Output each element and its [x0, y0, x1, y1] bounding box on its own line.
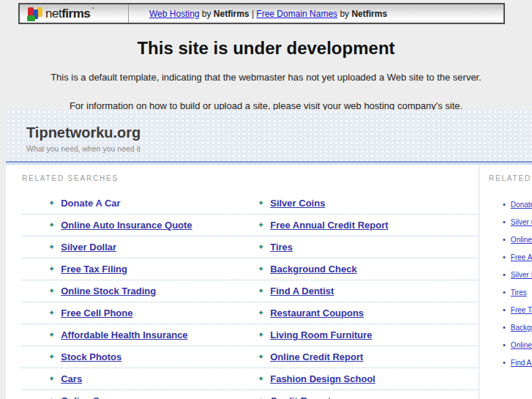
arrow-bullet-icon: ✦: [48, 309, 55, 317]
domain-tagline: What you need, when you need it: [6, 144, 532, 153]
related-search-link[interactable]: Free Tax Filing: [61, 264, 127, 275]
arrow-bullet-icon: ✦: [258, 375, 264, 383]
arrow-bullet-icon: ✦: [258, 353, 264, 361]
sidebar-search-link[interactable]: Background Check: [511, 324, 532, 332]
arrow-bullet-icon: ✦: [48, 331, 55, 339]
related-search-link[interactable]: Free Annual Credit Report: [270, 220, 388, 231]
web-hosting-link[interactable]: Web Hosting: [149, 9, 199, 19]
related-search-link[interactable]: Online Stock Trading: [61, 286, 156, 297]
arrow-bullet-icon: ✦: [258, 287, 264, 295]
related-search-row: ✦Silver Dollar✦Tires: [22, 236, 479, 258]
netfirms-topbar: netfirms™ Web Hosting by Netfirms | Free…: [18, 3, 505, 24]
related-search-cell: ✦Affordable Health Insurance: [22, 329, 231, 340]
by-text: by: [340, 9, 349, 19]
arrow-bullet-icon: ✦: [258, 243, 264, 251]
sidebar-list-item: •Online Stock Trading: [489, 336, 532, 354]
sidebar-search-link[interactable]: Silver Dollar: [511, 271, 532, 279]
sidebar-list-item: •Free Annual Credit Report: [489, 248, 532, 266]
related-search-row: ✦Donate A Car✦Silver Coins: [22, 193, 479, 215]
related-rows: ✦Donate A Car✦Silver Coins✦Online Auto I…: [22, 193, 479, 399]
related-search-link[interactable]: Online Auto Insurance Quote: [61, 220, 192, 231]
related-search-cell: ✦Find A Dentist: [231, 286, 334, 297]
arrow-bullet-icon: ✦: [258, 221, 264, 229]
page-title: This site is under development: [0, 38, 532, 59]
dot-bullet-icon: •: [503, 359, 506, 367]
related-search-link[interactable]: Fashion Design School: [270, 373, 375, 384]
arrow-bullet-icon: ✦: [258, 309, 264, 317]
dot-bullet-icon: •: [503, 288, 506, 297]
netfirms-brand-text: Netfirms: [351, 9, 387, 19]
arrow-bullet-icon: ✦: [48, 287, 55, 295]
arrow-bullet-icon: ✦: [48, 243, 55, 251]
arrow-bullet-icon: ✦: [48, 265, 55, 273]
related-search-cell: ✦Living Room Furniture: [231, 329, 372, 340]
related-search-cell: ✦Fashion Design School: [231, 373, 375, 384]
related-search-link[interactable]: Silver Dollar: [61, 242, 116, 253]
dot-bullet-icon: •: [503, 236, 506, 244]
arrow-bullet-icon: ✦: [258, 331, 264, 339]
related-search-link[interactable]: Credit Report: [270, 395, 331, 399]
related-search-link[interactable]: Online Credit Report: [270, 351, 363, 362]
netfirms-logo-text: netfirms™: [45, 7, 94, 21]
sidebar-search-link[interactable]: Free Annual Credit Report: [511, 253, 532, 261]
related-search-link[interactable]: Donate A Car: [61, 198, 120, 209]
arrow-bullet-icon: ✦: [48, 199, 55, 207]
netfirms-brand-text: Netfirms: [214, 9, 250, 19]
trademark-mark: ™: [90, 7, 94, 11]
related-search-row: ✦Affordable Health Insurance✦Living Room…: [22, 324, 479, 346]
default-template-text: This is a default template, indicating t…: [0, 72, 532, 83]
related-search-cell: ✦Online Stock Trading: [22, 286, 231, 297]
related-search-link[interactable]: Restaurant Coupons: [270, 307, 364, 318]
sidebar-search-link[interactable]: Online Stock Trading: [511, 341, 532, 349]
related-search-row: ✦Stock Photos✦Online Credit Report: [22, 346, 479, 368]
sidebar-search-link[interactable]: Free Tax Filing: [511, 306, 532, 314]
related-search-link[interactable]: Tires: [270, 242, 293, 253]
sidebar-items: •Donate A Car•Silver Coins•Online Auto I…: [489, 195, 532, 371]
related-search-cell: ✦Free Cell Phone: [22, 307, 231, 318]
related-search-link[interactable]: Free Cell Phone: [61, 307, 132, 318]
related-search-link[interactable]: Online Surveys: [61, 395, 130, 399]
related-search-cell: ✦Stock Photos: [22, 351, 231, 362]
dot-bullet-icon: •: [503, 306, 506, 314]
related-search-link[interactable]: Living Room Furniture: [270, 329, 372, 340]
sidebar-search-link[interactable]: Donate A Car: [511, 201, 532, 209]
sidebar-search-link[interactable]: Online Auto Insurance Quote: [511, 236, 532, 244]
arrow-bullet-icon: ✦: [48, 375, 55, 383]
arrow-bullet-icon: ✦: [258, 265, 264, 273]
related-search-cell: ✦Free Annual Credit Report: [231, 220, 389, 231]
dot-bullet-icon: •: [503, 271, 506, 279]
by-text: by: [202, 9, 211, 19]
sidebar-related-label: RELATED SEARCHES: [489, 174, 532, 182]
related-search-link[interactable]: Silver Coins: [270, 198, 325, 209]
sidebar-list-item: •Donate A Car: [489, 195, 532, 213]
sidebar-search-link[interactable]: Silver Coins: [511, 218, 532, 226]
related-search-link[interactable]: Find A Dentist: [270, 286, 334, 297]
sidebar-list-item: •Background Check: [489, 318, 532, 336]
related-search-cell: ✦Silver Coins: [231, 198, 325, 209]
related-search-cell: ✦Online Auto Insurance Quote: [22, 220, 231, 231]
related-search-link[interactable]: Cars: [61, 373, 82, 384]
sidebar-search-link[interactable]: Tires: [511, 288, 527, 297]
hero-section: This site is under development This is a…: [0, 24, 532, 111]
related-search-link[interactable]: Background Check: [270, 264, 356, 275]
dot-bullet-icon: •: [503, 341, 506, 349]
related-search-link[interactable]: Stock Photos: [61, 351, 121, 362]
related-search-row: ✦Online Stock Trading✦Find A Dentist: [22, 280, 479, 302]
arrow-bullet-icon: ✦: [48, 353, 55, 361]
dot-bullet-icon: •: [503, 201, 506, 209]
related-search-link[interactable]: Affordable Health Insurance: [61, 329, 187, 340]
sidebar-list-item: •Online Auto Insurance Quote: [489, 231, 532, 248]
netfirms-buildings-icon: [27, 7, 43, 21]
related-search-cell: ✦Background Check: [231, 264, 357, 275]
netfirms-logo[interactable]: netfirms™: [20, 4, 129, 23]
free-domain-names-link[interactable]: Free Domain Names: [256, 9, 337, 19]
related-search-cell: ✦Tires: [231, 242, 293, 253]
sidebar-search-link[interactable]: Find A Dentist: [511, 359, 532, 367]
related-search-cell: ✦Free Tax Filing: [22, 264, 231, 275]
arrow-bullet-icon: ✦: [258, 199, 264, 207]
related-searches-main: RELATED SEARCHES ✦Donate A Car✦Silver Co…: [6, 163, 479, 399]
arrow-bullet-icon: ✦: [48, 221, 55, 229]
related-search-cell: ✦Credit Report: [231, 395, 331, 399]
related-search-cell: ✦Restaurant Coupons: [231, 307, 364, 318]
sidebar-list-item: •Silver Dollar: [489, 266, 532, 283]
